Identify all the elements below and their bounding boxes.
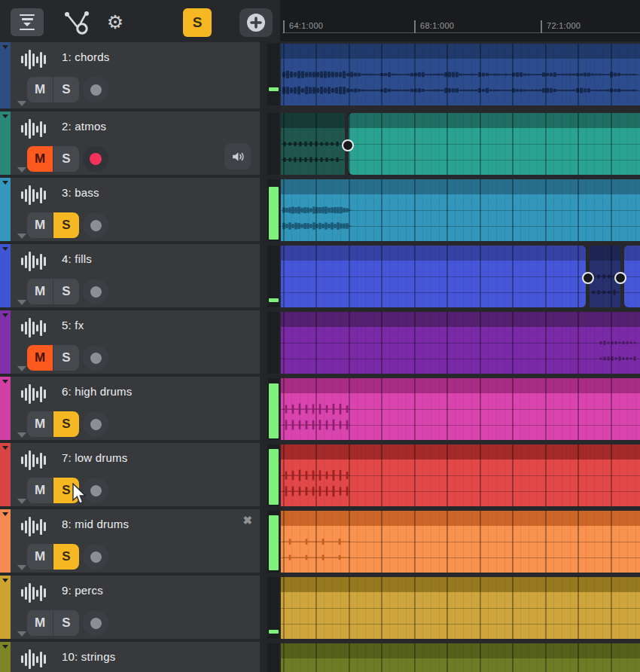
- arrangement-lane[interactable]: [280, 511, 640, 573]
- audio-clip[interactable]: [281, 246, 586, 307]
- clip-header[interactable]: [281, 444, 640, 460]
- record-arm-button[interactable]: [83, 478, 108, 503]
- expand-arrow-icon[interactable]: [17, 432, 26, 438]
- audio-clip[interactable]: [281, 643, 640, 672]
- track-color-strip[interactable]: [0, 111, 11, 175]
- track-row[interactable]: 3: bass M S: [0, 178, 260, 241]
- fade-handle[interactable]: [614, 272, 626, 284]
- track-color-strip[interactable]: [0, 443, 11, 506]
- monitor-speaker-button[interactable]: [224, 143, 251, 170]
- expand-arrow-icon[interactable]: [17, 101, 26, 106]
- track-color-strip[interactable]: [0, 178, 11, 241]
- record-arm-button[interactable]: [83, 77, 108, 102]
- track-color-strip[interactable]: [0, 642, 11, 672]
- global-solo-button[interactable]: S: [183, 8, 212, 37]
- clip-header[interactable]: [349, 113, 640, 128]
- clip-header[interactable]: [281, 113, 345, 128]
- clip-header[interactable]: [281, 312, 640, 327]
- expand-arrow-icon[interactable]: [17, 631, 26, 637]
- track-row[interactable]: 7: low drums M S: [0, 443, 260, 506]
- audio-clip[interactable]: [281, 179, 640, 241]
- clip-header[interactable]: [281, 246, 586, 261]
- clip-header[interactable]: [624, 246, 640, 261]
- track-row[interactable]: 5: fx M S: [0, 310, 260, 374]
- track-color-strip[interactable]: [0, 310, 11, 374]
- audio-clip[interactable]: [624, 246, 640, 307]
- arrangement-lane[interactable]: [280, 44, 640, 105]
- arrangement-lane[interactable]: [280, 179, 640, 241]
- record-arm-button[interactable]: [83, 411, 108, 437]
- solo-button[interactable]: S: [53, 345, 79, 371]
- track-row[interactable]: 2: atmos M S: [0, 111, 260, 175]
- mute-button[interactable]: M: [27, 77, 53, 102]
- clip-header[interactable]: [590, 246, 620, 261]
- expand-arrow-icon[interactable]: [17, 565, 26, 570]
- arrangement-lane[interactable]: [280, 113, 640, 175]
- solo-button[interactable]: S: [53, 544, 79, 570]
- record-arm-button[interactable]: [83, 146, 108, 172]
- record-arm-button[interactable]: [83, 212, 108, 238]
- record-arm-button[interactable]: [83, 544, 108, 570]
- mute-button[interactable]: M: [27, 544, 53, 570]
- audio-clip[interactable]: [281, 113, 345, 175]
- audio-clip[interactable]: [349, 113, 640, 175]
- track-row[interactable]: 1: chords M S: [0, 42, 260, 108]
- audio-clip[interactable]: [281, 44, 640, 105]
- track-row[interactable]: 4: fills M S: [0, 244, 260, 307]
- track-row[interactable]: 8: mid drums M S ✖: [0, 509, 260, 573]
- audio-clip[interactable]: [281, 378, 640, 440]
- solo-button[interactable]: S: [53, 212, 79, 238]
- timeline-ruler[interactable]: 64:1:00068:1:00072:1:000: [280, 0, 640, 41]
- record-arm-button[interactable]: [83, 345, 108, 371]
- track-color-strip[interactable]: [0, 377, 11, 440]
- arrangement-lane[interactable]: [280, 378, 640, 440]
- clip-header[interactable]: [281, 44, 640, 59]
- track-color-strip[interactable]: [0, 576, 11, 639]
- expand-arrow-icon[interactable]: [17, 167, 26, 173]
- clip-header[interactable]: [281, 179, 640, 194]
- arrangement-area[interactable]: [280, 41, 640, 672]
- mute-button[interactable]: M: [27, 478, 53, 503]
- clip-header[interactable]: [281, 577, 640, 592]
- routing-button[interactable]: [62, 9, 93, 36]
- audio-clip[interactable]: [281, 444, 640, 506]
- add-track-button[interactable]: [239, 8, 273, 37]
- close-icon[interactable]: ✖: [242, 514, 252, 527]
- track-color-strip[interactable]: [0, 509, 11, 573]
- arrangement-lane[interactable]: [280, 246, 640, 307]
- mute-button[interactable]: M: [27, 146, 53, 172]
- record-arm-button[interactable]: [83, 279, 108, 304]
- track-row[interactable]: 6: high drums M S: [0, 377, 260, 440]
- audio-clip[interactable]: [281, 511, 640, 573]
- expand-arrow-icon[interactable]: [17, 234, 26, 239]
- arrangement-lane[interactable]: [280, 312, 640, 374]
- fade-handle[interactable]: [342, 139, 354, 151]
- solo-button[interactable]: S: [53, 610, 79, 636]
- clip-header[interactable]: [281, 643, 640, 658]
- solo-button[interactable]: S: [53, 478, 79, 503]
- arrangement-lane[interactable]: [280, 643, 640, 672]
- arrangement-lane[interactable]: [280, 577, 640, 639]
- clip-header[interactable]: [281, 378, 640, 393]
- collapse-tracks-button[interactable]: [11, 8, 44, 36]
- mute-button[interactable]: M: [27, 212, 53, 238]
- fade-handle[interactable]: [582, 272, 594, 284]
- mute-button[interactable]: M: [27, 279, 53, 304]
- arrangement-lane[interactable]: [280, 444, 640, 506]
- settings-button[interactable]: ⚙: [103, 8, 127, 36]
- track-color-strip[interactable]: [0, 42, 11, 108]
- solo-button[interactable]: S: [53, 411, 79, 437]
- track-row[interactable]: 10: strings M S: [0, 642, 260, 672]
- solo-button[interactable]: S: [53, 77, 79, 102]
- mute-button[interactable]: M: [27, 345, 53, 371]
- solo-button[interactable]: S: [53, 279, 79, 304]
- track-color-strip[interactable]: [0, 244, 11, 307]
- track-row[interactable]: 9: percs M S: [0, 576, 260, 639]
- mute-button[interactable]: M: [27, 411, 53, 437]
- record-arm-button[interactable]: [83, 610, 108, 636]
- expand-arrow-icon[interactable]: [17, 300, 26, 305]
- solo-button[interactable]: S: [53, 146, 79, 172]
- mute-button[interactable]: M: [27, 610, 53, 636]
- expand-arrow-icon[interactable]: [17, 366, 26, 371]
- expand-arrow-icon[interactable]: [17, 499, 26, 504]
